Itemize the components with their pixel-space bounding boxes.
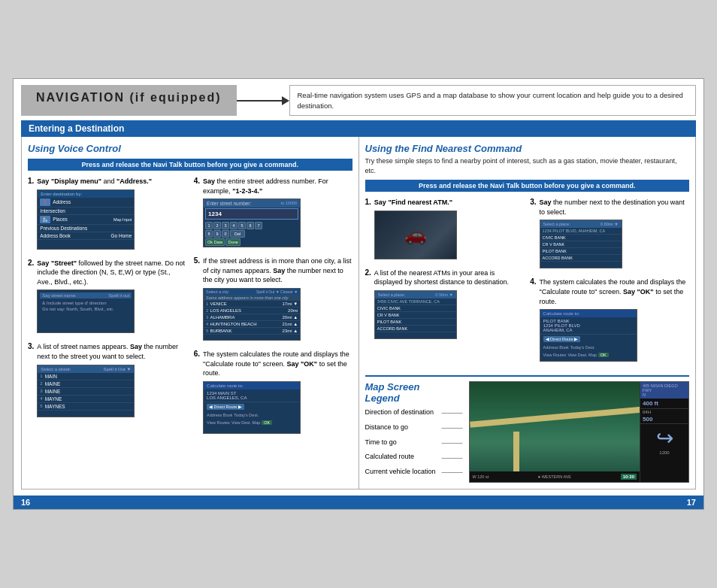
city-row-4: 4HUNTINGTON BEACH21mi ▲ — [204, 321, 300, 328]
legend-item-distance: Distance to go ———— — [365, 423, 463, 432]
key-6[interactable]: 6 — [247, 222, 254, 229]
find-todaydest-btn[interactable]: Today's Dest. — [570, 345, 595, 350]
keyboard-row-2: 890Del — [205, 230, 298, 238]
step-6-num: 6. — [194, 350, 200, 358]
step-5-num: 5. — [194, 256, 200, 265]
step-5: 5. If the street address is in more than… — [194, 256, 352, 341]
voice-control-instruction: Press and release the Navi Talk button b… — [28, 159, 352, 171]
calc-viewroutes-btn[interactable]: View Routes — [207, 420, 230, 425]
key-4[interactable]: 4 — [230, 222, 237, 229]
page-title: NAVIGATION (if equipped) — [21, 85, 237, 116]
legend-distance-label: Distance to go — [365, 423, 439, 432]
street-name-1: MAIN — [45, 374, 57, 379]
step-1: 1. Say "Display menu" and "Address." Ent… — [28, 177, 186, 250]
city-dist-2: 20mi — [288, 308, 298, 313]
find-viewdestmap-btn[interactable]: View Dest. Map — [567, 353, 596, 357]
city-select-header: Select a city: Spell it Out ▼ Closest ▼ — [204, 289, 300, 295]
map-turn-arrow: ↪ — [640, 426, 688, 450]
step-4: 4. Say the entire street address number.… — [194, 177, 352, 247]
atm-bank-3: PILOT BANK — [377, 320, 401, 324]
dest-row-places: 🏪PlacesMap Input — [38, 215, 134, 225]
step-5-say: Say — [273, 267, 285, 274]
step-2-street: "Street" — [51, 259, 77, 267]
say-street-title: Say street name:Spell it out — [40, 292, 132, 299]
map-street-name: W 120 st — [473, 474, 489, 479]
key-done[interactable]: Done — [225, 238, 241, 246]
calc-ok-btn[interactable]: OK — [262, 420, 272, 425]
key-ok[interactable]: Ok Date — [205, 238, 225, 246]
city-name-2: 2LOS ANGELES — [206, 308, 241, 313]
step-1-address: "Address." — [116, 177, 152, 185]
legend-time-arrow: ———— — [442, 439, 463, 446]
key-9[interactable]: 9 — [213, 230, 221, 238]
step-3-say: Say — [130, 343, 142, 350]
key-0[interactable]: 0 — [222, 230, 229, 238]
city-row-5: 5BURBANK23mi ▲ — [204, 328, 300, 335]
key-5[interactable]: 5 — [238, 222, 246, 229]
street-name-5: MAYNES — [45, 404, 65, 409]
city-name-3: 3ALHAMBRA — [206, 315, 234, 320]
map-legend-content: Map ScreenLegend Direction of destinatio… — [365, 377, 690, 482]
find-calc-address: PILOT BANK1234 PILOT BLVDANAHEIM, CA — [540, 317, 637, 335]
step-1-content: Say "Display menu" and "Address." Enter … — [37, 177, 186, 250]
find-calc-bottom1: Address Book Today's Dest. — [540, 344, 637, 351]
calc-direct-route-btn[interactable]: ◀ Direct Route ▶ — [207, 404, 244, 410]
find-addrbook-btn[interactable]: Address Book — [543, 345, 569, 350]
find-step-3: 3. Say the number next to the destinatio… — [530, 198, 689, 268]
find-nearest-title: Using the Find Nearest Command — [365, 143, 690, 154]
key-3[interactable]: 3 — [222, 222, 229, 229]
map-image: 405 NISAN DIEGO FWYN 400 ft 04H 500 ↪ 12… — [469, 381, 690, 482]
map-distance-value: 400 ft — [640, 399, 688, 409]
find-viewroutes-btn[interactable]: View Routes — [543, 353, 567, 357]
find-calc-direct-btn[interactable]: ◀ Direct Route ▶ — [543, 336, 581, 342]
gohome-label: Go Home — [111, 233, 132, 238]
calc-addrbook-btn[interactable]: Address Book — [207, 413, 232, 417]
key-2[interactable]: 2 — [213, 222, 221, 229]
legend-direction-label: Direction of destination — [365, 408, 439, 417]
find-step-1-num: 1. — [365, 198, 371, 206]
street-num-2: 2 — [40, 381, 42, 386]
find-step-4-content: The system calculates the route and disp… — [540, 277, 689, 362]
key-1[interactable]: 1 — [205, 222, 213, 229]
street-keyboard: 1234567 890Del Ok Date Done — [204, 220, 300, 247]
find-calc-route-screen: Calculate route to: PILOT BANK1234 PILOT… — [540, 309, 637, 362]
city-name-5: 5BURBANK — [206, 329, 231, 333]
find-step-2-text: A list of the nearest ATMs in your area … — [374, 268, 524, 287]
find-place-dist: 0.60mi ▼ — [601, 222, 618, 226]
step-5-text: If the street address is in more than on… — [203, 256, 352, 285]
find-ok-btn[interactable]: OK — [598, 353, 609, 357]
find-step-1-say: Say — [374, 199, 386, 206]
find-place-header: Select a place: 0.60mi ▼ — [540, 220, 622, 228]
calc-todaydest-btn[interactable]: Today's Dest. — [234, 413, 259, 417]
calc-route-header: Calculate route to: — [204, 382, 300, 389]
find-step-4-say: Say — [623, 288, 635, 296]
step-4-num: 4. — [194, 177, 200, 185]
step-6-text: The system calculates the route and disp… — [203, 350, 352, 378]
step-4-text: Say the entire street address number. Fo… — [203, 177, 352, 195]
mapinput-label: Map Input — [113, 217, 132, 222]
voice-control-title: Using Voice Control — [28, 143, 352, 154]
atm-bank-4: ACCORD BANK — [377, 326, 407, 331]
street-num-3: 3 — [40, 389, 42, 393]
atm-place-addr: 0.50mi ▼ — [435, 292, 452, 297]
places-icon: 🏪 — [40, 216, 50, 223]
street-number-screen: Enter street number: to 10000 1234 12345… — [203, 199, 301, 247]
main-content: Using Voice Control Press and release th… — [21, 137, 696, 489]
street-list-header: Select a street: Spell it Out ▼ — [38, 365, 134, 373]
find-bank-2: CR V BANK — [543, 242, 565, 247]
page-num-right: 17 — [687, 498, 696, 507]
key-7[interactable]: 7 — [255, 222, 262, 229]
step-3: 3. A list of street names appears. Say t… — [28, 342, 186, 417]
street-row-2: 2MAINE — [38, 380, 134, 388]
map-legend-items: Direction of destination ———— Distance t… — [365, 408, 463, 476]
key-8[interactable]: 8 — [205, 230, 213, 238]
calc-viewdestmap-btn[interactable]: View Dest. Map — [231, 420, 260, 425]
city-select-screen: Select a city: Spell it Out ▼ Closest ▼ … — [203, 288, 301, 341]
key-delete[interactable]: Del — [230, 230, 245, 238]
step-2-say: Say — [37, 259, 49, 267]
map-time-value: 04H — [640, 409, 688, 415]
atm-place-row-2: CR V BANK — [375, 312, 456, 319]
calc-bottom-btns2: View Routes View Dest. Map OK — [204, 419, 300, 426]
street-num-4: 4 — [40, 396, 42, 401]
street-row-1: 1MAIN — [38, 373, 134, 380]
